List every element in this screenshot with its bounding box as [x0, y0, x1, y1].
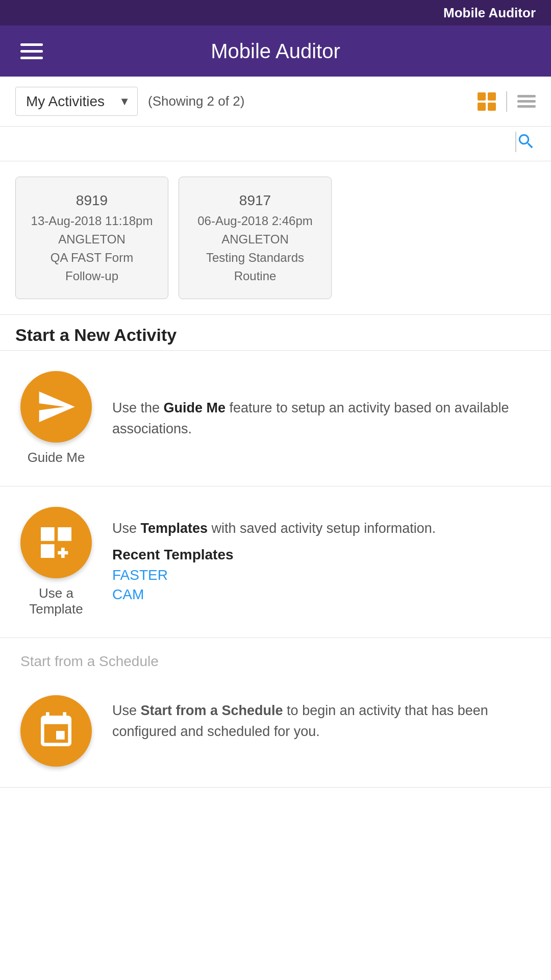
icon-divider — [506, 91, 507, 112]
template-link-cam[interactable]: CAM — [112, 586, 536, 603]
guide-me-description: Use the Guide Me feature to setup an act… — [112, 398, 536, 439]
schedule-bold: Start from a Schedule — [141, 703, 283, 718]
card-type: Routine — [189, 269, 321, 283]
activity-cards-section: 8919 13-Aug-2018 11:18pm ANGLETON QA FAS… — [0, 161, 551, 314]
search-bar — [0, 127, 551, 161]
schedule-description: Use Start from a Schedule to begin an ac… — [112, 695, 536, 742]
use-template-button[interactable] — [20, 507, 92, 578]
hamburger-menu-icon[interactable] — [20, 43, 43, 59]
card-type: Follow-up — [26, 269, 158, 283]
activity-select[interactable]: My Activities All Activities — [15, 87, 138, 116]
nav-title: Mobile Auditor — [211, 40, 340, 63]
guide-me-content: Use the Guide Me feature to setup an act… — [112, 398, 536, 439]
new-activity-heading: Start a New Activity — [0, 314, 551, 350]
filter-icons — [478, 91, 536, 112]
schedule-label: Start from a Schedule — [15, 653, 159, 670]
table-row[interactable]: 8917 06-Aug-2018 2:46pm ANGLETON Testing… — [179, 177, 332, 299]
card-name: QA FAST Form — [26, 251, 158, 265]
guide-me-button[interactable] — [20, 371, 92, 443]
filter-bar: My Activities All Activities ▼ (Showing … — [0, 77, 551, 127]
card-date: 06-Aug-2018 2:46pm — [189, 214, 321, 228]
card-location: ANGLETON — [189, 232, 321, 247]
showing-count: (Showing 2 of 2) — [148, 93, 244, 109]
start-from-schedule-row: Start from a Schedule Use Start from a S… — [0, 638, 551, 788]
activity-select-wrapper[interactable]: My Activities All Activities ▼ — [15, 87, 138, 116]
nav-bar: Mobile Auditor — [0, 26, 551, 77]
schedule-icon-area — [15, 695, 97, 767]
table-row[interactable]: 8919 13-Aug-2018 11:18pm ANGLETON QA FAS… — [15, 177, 168, 299]
grid-view-icon[interactable] — [478, 92, 496, 111]
use-template-label: Use a Template — [29, 585, 83, 617]
recent-templates-title: Recent Templates — [112, 547, 536, 563]
guide-me-label: Guide Me — [28, 450, 85, 465]
guide-me-icon-area: Guide Me — [15, 371, 97, 465]
start-from-schedule-button[interactable] — [20, 695, 92, 767]
card-location: ANGLETON — [26, 232, 158, 247]
guide-me-row: Guide Me Use the Guide Me feature to set… — [0, 351, 551, 486]
use-template-bold: Templates — [141, 521, 208, 536]
guide-me-bold: Guide Me — [164, 400, 226, 415]
use-template-content: Use Templates with saved activity setup … — [112, 518, 536, 606]
use-template-icon-area: Use a Template — [15, 507, 97, 617]
card-date: 13-Aug-2018 11:18pm — [26, 214, 158, 228]
recent-templates: Recent Templates FASTER CAM — [112, 547, 536, 603]
card-id: 8917 — [189, 192, 321, 209]
search-button[interactable] — [516, 132, 536, 156]
schedule-inner: Use Start from a Schedule to begin an ac… — [15, 695, 536, 767]
status-bar-title: Mobile Auditor — [443, 5, 536, 21]
template-link-faster[interactable]: FASTER — [112, 567, 536, 583]
status-bar: Mobile Auditor — [0, 0, 551, 26]
list-view-icon[interactable] — [517, 92, 536, 111]
use-template-description: Use Templates with saved activity setup … — [112, 518, 536, 539]
card-id: 8919 — [26, 192, 158, 209]
use-template-row: Use a Template Use Templates with saved … — [0, 486, 551, 638]
card-name: Testing Standards — [189, 251, 321, 265]
